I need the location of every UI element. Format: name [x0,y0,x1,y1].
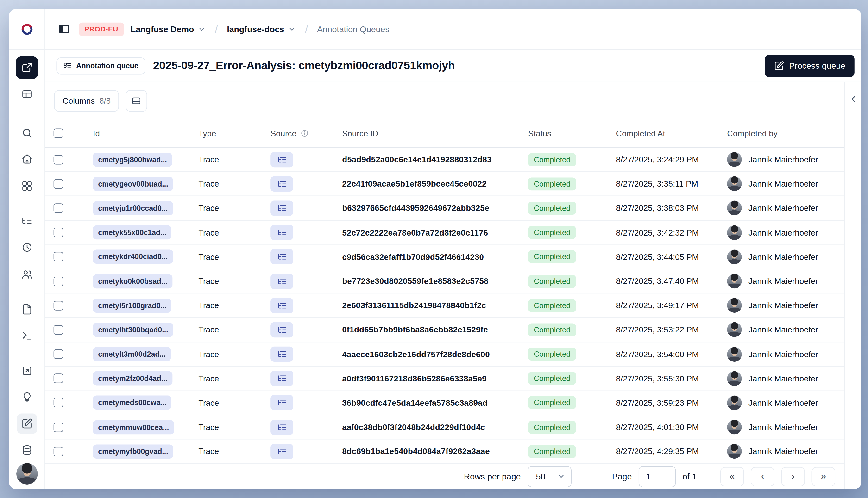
row-checkbox[interactable] [54,325,63,335]
table-row[interactable]: cmetyl5r100grad0... Trace 2e603f31361115… [45,294,844,318]
table-row[interactable]: cmetym2fz00d4ad... Trace a0df3f901167218… [45,367,844,391]
row-source-trace-button[interactable] [271,346,293,362]
row-completed-at: 8/27/2025, 3:44:05 PM [616,252,727,262]
row-id-link[interactable]: cmetyl5r100grad0... [93,299,172,313]
first-page-button[interactable]: « [720,467,744,486]
row-completed-at: 8/27/2025, 3:59:23 PM [616,398,727,407]
expand-panel-button[interactable] [845,91,861,107]
process-queue-button[interactable]: Process queue [765,54,855,77]
row-source-trace-button[interactable] [271,176,293,191]
row-checkbox[interactable] [54,350,63,359]
row-source-trace-button[interactable] [271,444,293,459]
row-id-link[interactable]: cmetyko0k00bsad... [93,274,172,288]
rows-per-page-select[interactable]: 50 [528,466,571,487]
row-id-link[interactable]: cmetym2fz00d4ad... [93,371,172,385]
row-checkbox[interactable] [54,203,63,213]
breadcrumb-separator: / [305,23,308,35]
row-checkbox[interactable] [54,179,63,189]
row-id-link[interactable]: cmetylht300bqad0... [93,323,173,337]
row-source-id: c9d56ca32efaff1b70d9d52f46614230 [342,252,484,262]
sidebar-item-terminal[interactable] [16,326,37,346]
row-id-link[interactable]: cmetymyfb00gvad... [93,444,173,459]
row-completed-at: 8/27/2025, 4:01:30 PM [616,422,727,432]
row-source-trace-button[interactable] [271,152,293,167]
trace-tree-icon [277,325,287,335]
row-source-trace-button[interactable] [271,225,293,240]
row-status-badge: Completed [528,396,576,409]
table-row[interactable]: cmetymyfb00gvad... Trace 8dc69b1ba1e540b… [45,440,844,464]
row-id-link[interactable]: cmetymeds00cwa... [93,396,172,410]
table-row[interactable]: cmetyg5j800bwad... Trace d5ad9d52a00c6e1… [45,147,844,172]
sidebar-item-playground[interactable] [16,361,37,381]
last-page-button[interactable]: » [812,467,835,486]
row-source-trace-button[interactable] [271,274,293,289]
sidebar-toggle-button[interactable] [55,21,72,38]
row-source-trace-button[interactable] [271,249,293,264]
row-checkbox[interactable] [54,422,63,432]
sidebar-item-traces[interactable] [16,211,37,231]
row-checkbox[interactable] [54,301,63,310]
sidebar-item-search[interactable] [16,123,37,143]
columns-button[interactable]: Columns 8/8 [54,90,119,112]
table-row[interactable]: cmetyko0k00bsad... Trace be7723e30d80205… [45,269,844,293]
trace-tree-icon [277,422,287,432]
panel-left-icon [58,23,69,35]
row-checkbox[interactable] [54,398,63,408]
sidebar-item-users[interactable] [16,264,37,284]
trace-tree-icon [277,252,287,262]
row-source-trace-button[interactable] [271,371,293,386]
row-checkbox[interactable] [54,447,63,456]
row-id-link[interactable]: cmetyg5j800bwad... [93,153,172,167]
table-icon [21,89,33,100]
info-icon[interactable] [300,129,309,137]
row-id-link[interactable]: cmetyju1r00ccad0... [93,201,173,215]
row-checkbox[interactable] [54,227,63,237]
row-id-link[interactable]: cmetylt3m00d2ad... [93,347,171,361]
row-height-button[interactable] [126,90,147,112]
table-row[interactable]: cmetylht300bqad0... Trace 0f1dd65b7bb9bf… [45,318,844,342]
select-all-checkbox[interactable] [54,128,63,138]
row-source-trace-button[interactable] [271,395,293,410]
table-row[interactable]: cmetylt3m00d2ad... Trace 4aaece1603cb2e1… [45,342,844,367]
column-header-type: Type [198,129,271,138]
previous-page-icon: ‹ [761,472,764,482]
table-row[interactable]: cmetyju1r00ccad0... Trace b63297665cfd44… [45,196,844,221]
row-checkbox[interactable] [54,374,63,383]
sidebar-item-scores[interactable] [16,299,37,319]
row-id-link[interactable]: cmetyk55x00c1ad... [93,225,172,240]
user-avatar[interactable] [16,463,38,485]
row-completed-by: Jannik Maierhoefer [749,301,818,310]
sidebar-item-go-to-project[interactable] [15,56,38,79]
sidebar-item-datasets[interactable] [16,440,37,460]
rows-per-page-value: 50 [536,472,545,482]
next-page-icon: › [792,472,795,482]
sidebar-item-sessions[interactable] [16,237,37,258]
row-source-trace-button[interactable] [271,298,293,313]
sidebar-item-home[interactable] [16,149,37,169]
project-switcher[interactable]: langfuse-docs [227,24,296,34]
sidebar-item-dashboards[interactable] [16,176,37,196]
next-page-button[interactable]: › [781,467,805,486]
table-row[interactable]: cmetymmuw00cea... Trace aaf0c38db0f3f204… [45,415,844,440]
table-row[interactable]: cmetymeds00cwa... Trace 36b90cdfc47e5da1… [45,391,844,415]
row-checkbox[interactable] [54,276,63,286]
table-row[interactable]: cmetykdr400ciad0... Trace c9d56ca32efaff… [45,245,844,269]
sidebar-item-annotation-queues[interactable] [16,414,37,434]
table-row[interactable]: cmetyk55x00c1ad... Trace 52c72c2222ea78e… [45,221,844,245]
sidebar-item-table-view[interactable] [16,84,37,104]
row-type: Trace [198,155,271,164]
row-source-trace-button[interactable] [271,322,293,338]
row-id-link[interactable]: cmetygeov00buad... [93,177,173,191]
row-source-trace-button[interactable] [271,420,293,435]
previous-page-button[interactable]: ‹ [751,467,774,486]
org-switcher[interactable]: Langfuse Demo [131,24,206,34]
row-source-trace-button[interactable] [271,200,293,215]
table-row[interactable]: cmetygeov00buad... Trace 22c41f09acae5b1… [45,172,844,196]
page-input[interactable] [639,466,676,487]
row-checkbox[interactable] [54,155,63,165]
row-id-link[interactable]: cmetykdr400ciad0... [93,250,173,264]
row-source-id: d5ad9d52a00c6e14e1d4192880312d83 [342,155,492,164]
row-checkbox[interactable] [54,252,63,262]
row-id-link[interactable]: cmetymmuw00cea... [93,420,174,434]
sidebar-item-prompts[interactable] [16,387,37,407]
